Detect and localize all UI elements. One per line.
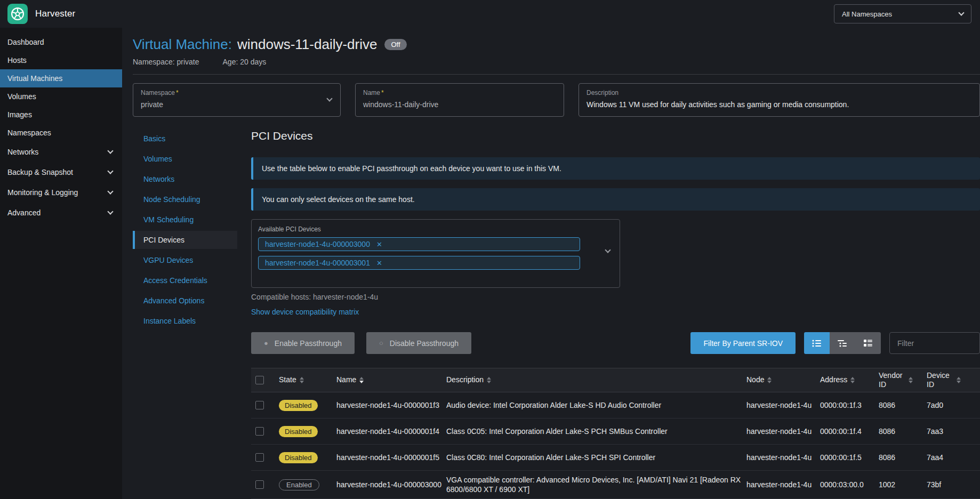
sort-icon xyxy=(487,377,491,383)
name-value: windows-11-daily-drive xyxy=(363,100,556,109)
sidebar-item-monitoring-logging[interactable]: Monitoring & Logging xyxy=(0,182,122,203)
table-header-row: State Name Description Node Address Vend… xyxy=(251,368,980,392)
row-checkbox[interactable] xyxy=(255,401,264,409)
table-actions-row: ● Enable Passthrough ○ Disable Passthrou… xyxy=(251,332,980,354)
device-description: VGA compatible controller: Advanced Micr… xyxy=(446,475,742,494)
disable-passthrough-button[interactable]: ○ Disable Passthrough xyxy=(366,332,471,354)
sidebar-item-hosts[interactable]: Hosts xyxy=(0,51,122,69)
meta-namespace: Namespace: private xyxy=(133,58,199,66)
required-asterisk: * xyxy=(176,89,179,96)
device-description: Class 0C05: Intel Corporation Alder Lake… xyxy=(446,426,742,436)
sort-icon xyxy=(909,377,913,383)
tab-pci-devices[interactable]: PCI Devices xyxy=(133,231,237,249)
device-address: 0000:00:1f.3 xyxy=(820,401,874,409)
column-header-name[interactable]: Name xyxy=(336,375,442,385)
device-address: 0000:03:00.0 xyxy=(820,480,874,489)
virtual-machine-breadcrumb-link[interactable]: Virtual Machine: xyxy=(133,36,232,53)
column-header-description[interactable]: Description xyxy=(446,375,742,385)
compatible-hosts-text: Compatible hosts: harvester-node1-4u xyxy=(251,293,980,301)
card-view-icon[interactable] xyxy=(855,332,881,354)
vendor-id: 1002 xyxy=(879,480,922,489)
grouped-view-icon[interactable] xyxy=(830,332,855,354)
chevron-down-icon xyxy=(107,168,113,174)
chevron-down-icon xyxy=(958,10,964,15)
available-pci-devices-select[interactable]: Available PCI Devices harvester-node1-4u… xyxy=(251,219,620,288)
harvester-logo-icon xyxy=(7,4,28,24)
brand-name: Harvester xyxy=(35,9,76,19)
enable-passthrough-button[interactable]: ● Enable Passthrough xyxy=(251,332,355,354)
divider xyxy=(133,74,980,75)
vm-form-row: Namespace* private Name* windows-11-dail… xyxy=(133,83,980,117)
namespace-selector-value: All Namespaces xyxy=(842,10,892,18)
chevron-down-icon xyxy=(107,148,113,154)
sidebar-item-networks[interactable]: Networks xyxy=(0,142,122,162)
column-header-address[interactable]: Address xyxy=(820,375,874,385)
device-name: harvester-node1-4u-0000001f5 xyxy=(336,453,442,462)
filter-by-parent-sriov-button[interactable]: Filter By Parent SR-IOV xyxy=(690,332,796,354)
device-description: Audio device: Intel Corporation Alder La… xyxy=(446,400,742,410)
remove-chip-icon[interactable]: ✕ xyxy=(376,259,382,267)
tab-node-scheduling[interactable]: Node Scheduling xyxy=(133,190,237,208)
sidebar-item-namespaces[interactable]: Namespaces xyxy=(0,124,122,142)
namespace-selector[interactable]: All Namespaces xyxy=(834,4,971,23)
row-checkbox[interactable] xyxy=(255,427,264,436)
disabled-state-icon: ○ xyxy=(379,339,383,347)
table-row: Disabled harvester-node1-4u-0000001f4 Cl… xyxy=(251,418,980,445)
remove-chip-icon[interactable]: ✕ xyxy=(376,240,382,248)
column-header-vendor-id[interactable]: Vendor ID xyxy=(879,371,922,390)
device-address: 0000:00:1f.5 xyxy=(820,453,874,462)
row-checkbox[interactable] xyxy=(255,453,264,462)
vendor-id: 8086 xyxy=(879,427,922,436)
view-mode-toggle xyxy=(804,332,881,354)
table-row: Disabled harvester-node1-4u-0000001f5 Cl… xyxy=(251,445,980,471)
sidebar-item-volumes[interactable]: Volumes xyxy=(0,87,122,106)
table-row: Disabled harvester-node1-4u-0000001f3 Au… xyxy=(251,392,980,418)
device-id: 7ad0 xyxy=(927,401,976,409)
tab-volumes[interactable]: Volumes xyxy=(133,150,237,168)
app-header: Harvester All Namespaces xyxy=(0,0,980,28)
tab-basics[interactable]: Basics xyxy=(133,130,237,148)
tab-networks[interactable]: Networks xyxy=(133,170,237,188)
vm-name: windows-11-daily-drive xyxy=(237,36,377,53)
state-badge: Disabled xyxy=(279,426,318,437)
sidebar-item-advanced[interactable]: Advanced xyxy=(0,203,122,223)
description-field[interactable]: Description Windows 11 VM used for daily… xyxy=(579,83,980,117)
sidebar-item-dashboard[interactable]: Dashboard xyxy=(0,33,122,51)
device-name: harvester-node1-4u-0000001f3 xyxy=(336,400,442,410)
info-banner: You can only select devices on the same … xyxy=(251,188,980,211)
tab-vgpu-devices[interactable]: VGPU Devices xyxy=(133,251,237,269)
device-compatibility-matrix-link[interactable]: Show device compatibility matrix xyxy=(251,308,359,316)
device-node: harvester-node1-4u xyxy=(746,453,816,462)
tab-vm-scheduling[interactable]: VM Scheduling xyxy=(133,211,237,229)
sidebar-item-images[interactable]: Images xyxy=(0,106,122,124)
available-pci-devices-label: Available PCI Devices xyxy=(258,226,613,233)
filter-input[interactable] xyxy=(889,332,980,354)
sort-icon xyxy=(359,377,364,383)
sidebar-item-backup-snapshot[interactable]: Backup & Snapshot xyxy=(0,162,122,182)
state-badge: Enabled xyxy=(279,479,319,490)
row-checkbox[interactable] xyxy=(255,480,264,489)
tab-access-credentials[interactable]: Access Credentials xyxy=(133,271,237,289)
list-view-icon[interactable] xyxy=(804,332,830,354)
selected-device-chip: harvester-node1-4u-000003000 ✕ xyxy=(258,237,580,251)
state-badge: Disabled xyxy=(279,452,318,463)
select-all-checkbox[interactable] xyxy=(255,376,264,384)
column-header-state[interactable]: State xyxy=(279,375,332,385)
namespace-value: private xyxy=(141,100,333,109)
vm-config-tabs: Basics Volumes Networks Node Scheduling … xyxy=(133,127,237,499)
sort-icon xyxy=(850,377,855,383)
namespace-field: Namespace* private xyxy=(133,83,341,117)
meta-age: Age: 20 days xyxy=(223,58,267,66)
table-row: Enabled harvester-node1-4u-000003000 VGA… xyxy=(251,471,980,499)
tab-instance-labels[interactable]: Instance Labels xyxy=(133,312,237,330)
column-header-device-id[interactable]: Device ID xyxy=(927,371,976,390)
chevron-down-icon xyxy=(107,208,113,214)
status-badge: Off xyxy=(384,39,406,50)
device-name: harvester-node1-4u-000003000 xyxy=(336,480,442,489)
page-title: Virtual Machine: windows-11-daily-drive … xyxy=(133,36,980,53)
description-value: Windows 11 VM used for daily activities … xyxy=(587,100,972,109)
column-header-node[interactable]: Node xyxy=(746,375,816,385)
tab-advanced-options[interactable]: Advanced Options xyxy=(133,292,237,310)
device-id: 7aa4 xyxy=(927,453,976,462)
sidebar-item-virtual-machines[interactable]: Virtual Machines xyxy=(0,69,122,87)
